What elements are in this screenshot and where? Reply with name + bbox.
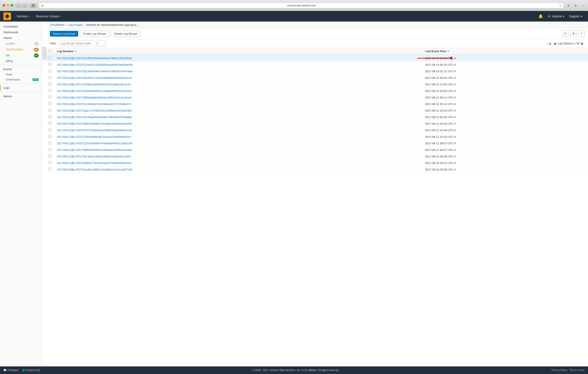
sidebar-item-event-buses[interactable]: Event Buses NEW xyxy=(0,77,42,82)
filter-input[interactable] xyxy=(61,42,94,45)
sidebar-item-ok[interactable]: OK 64 xyxy=(0,53,42,59)
globe-icon: 🌐 xyxy=(22,369,25,372)
help-button[interactable]: ? xyxy=(578,31,585,37)
log-stream-link[interactable]: 2017/09/13/[$LATEST]d13860998d74404c8799… xyxy=(57,70,132,73)
support-menu[interactable]: Support ▾ xyxy=(567,15,585,18)
sidebar-item-metrics[interactable]: Metrics xyxy=(0,93,42,99)
filter-label: Filter: xyxy=(50,42,57,45)
sidebar-item-alarms[interactable]: Alarms xyxy=(0,35,42,41)
log-stream-cell: 2017/09/11/[$LATEST]12ecfd2d6e0744da8e94… xyxy=(53,140,422,147)
svg-rect-0 xyxy=(32,4,33,5)
row-checkbox[interactable] xyxy=(49,115,51,118)
address-bar[interactable]: 🔒 console.aws.amazon.com ↻ xyxy=(39,3,564,8)
select-all-checkbox[interactable] xyxy=(49,50,51,53)
row-checkbox[interactable] xyxy=(49,122,51,125)
log-stream-link[interactable]: 2017/09/11/[$LATEST]75b5e8d8edd74cfaa402… xyxy=(57,135,132,139)
sidebar-item-alarm[interactable]: ALARM 0 xyxy=(0,41,42,47)
maximize-button[interactable] xyxy=(10,4,13,7)
breadcrumb-log-groups[interactable]: Log Groups xyxy=(68,23,83,26)
terms-of-use-link[interactable]: Terms of Use xyxy=(570,369,585,372)
table-row: 2017/09/13/[$LATEST]12e001232d564048a058… xyxy=(46,62,588,68)
log-stream-link[interactable]: 2017/09/12/[$LATEST]9b61df5d8f474159a4c9… xyxy=(57,122,132,125)
log-stream-link[interactable]: 2017/09/13/[$LATEST]12e001232d564048a058… xyxy=(57,63,133,66)
log-stream-link[interactable]: 2017/09/10/[$LATEST]2ed0cc4f8b274da98e16… xyxy=(57,168,132,171)
settings-button[interactable]: ⚙ xyxy=(570,31,577,37)
log-stream-cell: 2017/09/11/[$LATEST]8f63fbe058b14d5b8da1… xyxy=(53,147,422,153)
sidebar-item-cloudwatch[interactable]: CloudWatch xyxy=(0,24,42,29)
forward-button[interactable]: › xyxy=(22,3,27,8)
lock-icon: 🔒 xyxy=(41,4,44,7)
feedback-link[interactable]: 💬 Feedback xyxy=(3,369,19,372)
row-checkbox[interactable] xyxy=(49,89,51,92)
log-stream-link[interactable]: 2017/09/11/[$LATEST]d13d2a109a5e469bbeef… xyxy=(57,155,131,158)
notification-bell[interactable]: 🔔 xyxy=(536,14,546,19)
row-checkbox-cell xyxy=(46,55,53,62)
time-sort-icon[interactable]: ▼ xyxy=(447,50,450,53)
prev-page-button[interactable]: ◀ xyxy=(553,41,557,46)
delete-log-stream-button[interactable]: Delete Log Stream xyxy=(111,31,140,37)
row-checkbox[interactable] xyxy=(49,109,51,112)
row-checkbox[interactable] xyxy=(49,168,51,171)
minimize-button[interactable] xyxy=(7,4,9,7)
new-window-button[interactable]: ＋ xyxy=(580,3,586,8)
row-checkbox-cell xyxy=(46,94,53,101)
log-stream-link[interactable]: 2017/09/12/[$LATEST]8195aa2531b84bb79fbf… xyxy=(57,116,132,119)
row-checkbox[interactable] xyxy=(49,76,51,79)
row-checkbox[interactable] xyxy=(49,148,51,151)
log-stream-link[interactable]: 2017/09/11/[$LATEST]8f63fbe058b14d5b8da1… xyxy=(57,148,132,151)
tab-button[interactable] xyxy=(29,3,37,8)
language-link[interactable]: 🌐 English (US) xyxy=(22,369,40,372)
last-event-time-cell: 2017-09-13 00:05 UTC-4 xyxy=(422,75,588,81)
row-checkbox[interactable] xyxy=(49,56,51,59)
sidebar-item-dashboards[interactable]: Dashboards xyxy=(0,29,42,35)
sidebar-item-insufficient[interactable]: INSUFFICIENT 66 xyxy=(0,47,42,53)
resource-groups-nav[interactable]: Resource Groups ▾ xyxy=(33,11,64,21)
filter-clear-button[interactable]: ✕ xyxy=(96,42,98,45)
row-checkbox-cell xyxy=(46,147,53,153)
log-stream-link[interactable]: 2017/09/11/[$LATEST]755739a02ddc409fb029… xyxy=(57,129,132,132)
breadcrumb-sep-2: › xyxy=(84,23,85,26)
select-all-header[interactable] xyxy=(46,48,53,55)
streams-sort-icon[interactable]: ▼ xyxy=(74,50,77,53)
sidebar-item-events[interactable]: Events xyxy=(0,66,42,72)
log-stream-link[interactable]: 2017/09/13/[$LATEST]fe3067e7fea94dbab0bb… xyxy=(57,76,132,79)
reload-button[interactable]: ↻ xyxy=(559,4,562,7)
row-checkbox-cell xyxy=(46,127,53,134)
row-checkbox[interactable] xyxy=(49,161,51,164)
close-button[interactable] xyxy=(2,4,5,7)
refresh-button[interactable]: ↻ xyxy=(562,31,568,37)
log-stream-link[interactable]: 2017/09/12/[$LATEST]7bf801a83f8f4825b31b… xyxy=(57,83,131,86)
row-checkbox[interactable] xyxy=(49,102,51,105)
next-page-button[interactable]: ▶ xyxy=(580,41,585,46)
log-stream-link[interactable]: 2017/09/12/[$LATEST]fe5405a8595144ad8a4f… xyxy=(57,89,132,93)
log-stream-link[interactable]: 2017/09/12/[$LATEST]85bfa8d640b649ac8f00… xyxy=(57,96,131,99)
log-stream-link[interactable]: 2017/09/13/[$LATEST]218f5330a344456ea796… xyxy=(57,57,132,60)
row-checkbox[interactable] xyxy=(49,128,51,131)
footer-copyright: © 2008 - 2017, Amazon Web Services, Inc.… xyxy=(43,369,548,372)
privacy-policy-link[interactable]: Privacy Policy xyxy=(551,369,567,372)
row-checkbox[interactable] xyxy=(49,70,51,72)
region-selector[interactable]: N. Virginia ▾ xyxy=(546,15,567,18)
services-nav[interactable]: Services ▾ xyxy=(13,11,33,21)
row-checkbox[interactable] xyxy=(49,135,51,138)
breadcrumb-cloudwatch[interactable]: CloudWatch xyxy=(50,23,65,26)
row-checkbox[interactable] xyxy=(49,155,51,157)
search-log-group-button[interactable]: Search Log Group xyxy=(50,31,78,37)
sidebar-item-billing[interactable]: Billing xyxy=(0,59,42,64)
sidebar-item-logs[interactable]: Logs xyxy=(0,85,42,91)
create-log-stream-button[interactable]: Create Log Stream xyxy=(80,31,109,37)
new-tab-button[interactable]: ⧉ xyxy=(573,3,578,8)
sidebar-item-rules[interactable]: Rules xyxy=(0,72,42,77)
first-page-button[interactable]: |◀ xyxy=(547,41,552,46)
log-stream-link[interactable]: 2017/09/11/[$LATEST]00bfa776c4044ab3b722… xyxy=(57,161,132,165)
log-stream-link[interactable]: 2017/09/12/[$LATEST]1184b9d215cf49b4a3b0… xyxy=(57,103,132,106)
sidebar-collapse-button[interactable]: ‹ xyxy=(42,47,46,60)
row-checkbox[interactable] xyxy=(49,83,51,85)
log-stream-link[interactable]: 2017/09/12/[$LATEST]aac137430ea3442d9f5b… xyxy=(57,109,132,112)
row-checkbox[interactable] xyxy=(49,96,51,98)
log-stream-link[interactable]: 2017/09/11/[$LATEST]12ecfd2d6e0744da8e94… xyxy=(57,142,132,145)
share-button[interactable]: ⬆ xyxy=(566,3,571,8)
back-button[interactable]: ‹ xyxy=(15,3,21,8)
row-checkbox[interactable] xyxy=(49,142,51,144)
row-checkbox[interactable] xyxy=(49,63,51,66)
